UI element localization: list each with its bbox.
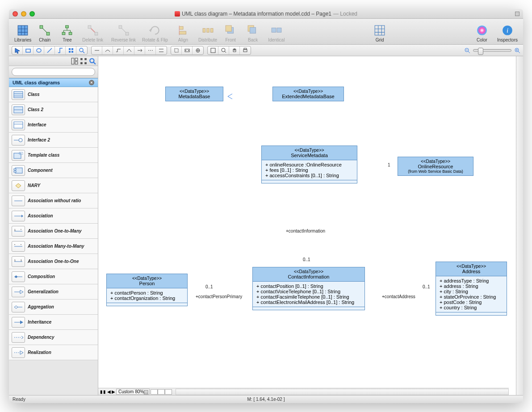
sidebar-item-class2[interactable]: Class 2: [9, 102, 98, 117]
mult-01-a: 0..1: [303, 257, 310, 262]
sidebar-item-class[interactable]: Class: [9, 87, 98, 102]
line-style-6[interactable]: [145, 46, 156, 54]
line-tool[interactable]: [44, 46, 55, 54]
tb-tree[interactable]: Tree: [58, 23, 76, 43]
view-1[interactable]: [208, 46, 218, 54]
uml-metadatabase[interactable]: <<DataType>>MetadataBase: [165, 87, 223, 101]
view-print[interactable]: [240, 46, 251, 54]
front-icon: [223, 24, 238, 37]
connector-tool[interactable]: [55, 46, 66, 54]
svg-marker-106: [14, 275, 18, 278]
svg-rect-88: [14, 153, 21, 158]
sidebar-item-assoc[interactable]: Association: [9, 208, 98, 224]
h-scrollbar[interactable]: [176, 389, 509, 395]
back-icon: [246, 24, 260, 37]
rotate-flip-icon: [148, 24, 162, 37]
uml-contactinformation[interactable]: <<DataType>>ContactInformation + contact…: [252, 267, 365, 310]
svg-rect-41: [26, 49, 30, 52]
tb-delete-link[interactable]: Delete link: [80, 23, 105, 43]
shape-1[interactable]: [171, 46, 182, 54]
tb-reverse-link[interactable]: Reverse link: [109, 23, 138, 43]
zoom-track[interactable]: [473, 49, 511, 52]
sidebar-item-assoc-noratio[interactable]: Association without ratio: [9, 193, 98, 208]
pause-icon[interactable]: ▮▮: [100, 389, 106, 394]
line-style-2[interactable]: [102, 46, 113, 54]
prev-page[interactable]: ◀: [107, 389, 111, 394]
shape-3[interactable]: [193, 46, 203, 54]
sidebar-item-dependency[interactable]: Dependency: [9, 330, 98, 345]
tb-align[interactable]: Align: [174, 23, 192, 43]
tb-distribute[interactable]: Distribute: [197, 23, 219, 43]
zoom-out-icon[interactable]: [464, 47, 470, 54]
tool-group-select: [12, 46, 88, 55]
tb-grid[interactable]: Grid: [371, 23, 389, 43]
uml-onlineresource[interactable]: <<DataType>>OnlineResource(from Web Serv…: [398, 157, 473, 176]
rect-tool[interactable]: [23, 46, 34, 54]
sidebar-item-generalization[interactable]: Generalization: [9, 284, 98, 300]
tb-back[interactable]: Back: [244, 23, 262, 43]
uml-servicemetadata[interactable]: <<DataType>>ServiceMetadata + onlineReso…: [261, 146, 357, 183]
side-layout-icon[interactable]: [71, 58, 78, 65]
section-close-icon[interactable]: ×: [89, 80, 94, 85]
realization-icon: [12, 347, 25, 358]
uml-extendedmetadata[interactable]: <<DataType>>ExtendedMetadataBase: [272, 87, 344, 101]
pointer-tool[interactable]: [12, 46, 23, 54]
zoom-in-icon[interactable]: [514, 47, 520, 54]
search-tool[interactable]: [76, 46, 87, 54]
sidebar-section-header[interactable]: UML class diagrams ×: [9, 78, 98, 87]
sidebar-item-template[interactable]: Template class: [9, 148, 98, 163]
fullscreen-icon[interactable]: [515, 12, 519, 16]
line-style-7[interactable]: [156, 46, 167, 54]
window-zoom-button[interactable]: [29, 11, 35, 17]
sidebar-item-assoc-11[interactable]: 11Association One-to-One: [9, 254, 98, 269]
window-minimize-button[interactable]: [21, 11, 26, 17]
canvas-bottom-bar: ▮▮ ◀ ▶ Custom 80%: [98, 388, 509, 395]
sidebar-item-component[interactable]: Component: [9, 163, 98, 178]
svg-point-87: [19, 138, 22, 142]
line-style-4[interactable]: [124, 46, 134, 54]
tb-color[interactable]: Color: [473, 23, 491, 43]
shape-2[interactable]: [182, 46, 193, 54]
sidebar-item-assoc-nn[interactable]: **Association Many-to-Many: [9, 239, 98, 254]
line-style-3[interactable]: [113, 46, 124, 54]
line-style-5[interactable]: [134, 46, 145, 54]
zoom-slider[interactable]: [464, 47, 520, 54]
view-zoom[interactable]: [218, 46, 229, 54]
sidebar-item-interface2[interactable]: Interface 2: [9, 133, 98, 148]
tb-chain[interactable]: Chain: [36, 23, 54, 43]
svg-rect-62: [244, 48, 247, 50]
sidebar-item-aggregation[interactable]: Aggregation: [9, 300, 98, 315]
page-tabs[interactable]: [151, 389, 172, 395]
grid-tool[interactable]: [66, 46, 76, 54]
tb-front[interactable]: Front: [222, 23, 239, 43]
uml-address[interactable]: <<DataType>>Address + addressType : Stri…: [436, 262, 507, 316]
window-title: UML class diagram – Metadata information…: [9, 11, 523, 17]
assoc-11-icon: 11: [12, 256, 25, 267]
svg-marker-110: [14, 306, 18, 308]
assoc-noratio-icon: [12, 196, 25, 206]
uml-person[interactable]: <<DataType>>Person + contactPerson : Str…: [106, 274, 188, 306]
sidebar-item-assoc-1n[interactable]: 1*Association One-to-Many: [9, 224, 98, 239]
zoom-combo[interactable]: Custom 80%: [116, 389, 150, 395]
tb-rotate-flip[interactable]: Rotate & Flip: [140, 23, 170, 43]
tb-inspectors[interactable]: iInspectors: [495, 23, 519, 43]
ellipse-tool[interactable]: [34, 46, 44, 54]
window-close-button[interactable]: [13, 11, 18, 17]
svg-text:*: *: [14, 244, 15, 246]
view-hand[interactable]: [229, 46, 240, 54]
tb-libraries[interactable]: Libraries: [13, 23, 33, 43]
side-grid-icon[interactable]: [80, 58, 87, 65]
sidebar-search-input[interactable]: [12, 68, 95, 76]
next-page[interactable]: ▶: [112, 389, 115, 394]
sidebar-item-nary[interactable]: NARY: [9, 178, 98, 193]
sidebar-item-interface[interactable]: Interface: [9, 117, 98, 133]
sidebar-item-inheritance[interactable]: Inheritance: [9, 315, 98, 330]
tree-icon: [60, 24, 74, 37]
side-search-icon[interactable]: [89, 58, 96, 65]
sidebar-item-composition[interactable]: Composition: [9, 269, 98, 284]
line-style-1[interactable]: [92, 46, 102, 54]
diagram-canvas[interactable]: 1 +contactInformation 0..1 0..1 +contact…: [98, 56, 516, 395]
tb-identical[interactable]: Identical: [266, 23, 286, 43]
v-scrollbar[interactable]: [516, 56, 523, 395]
sidebar-item-realization[interactable]: Realization: [9, 345, 98, 360]
